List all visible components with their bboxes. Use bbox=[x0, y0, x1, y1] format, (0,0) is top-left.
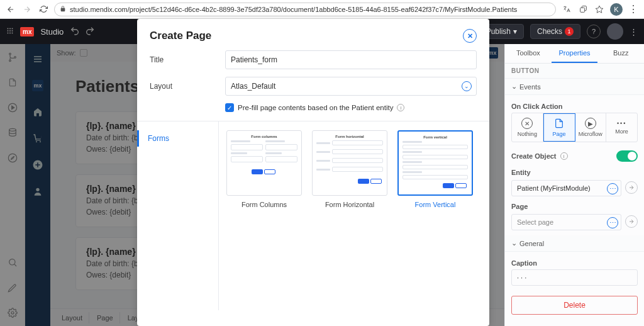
tree-icon[interactable] bbox=[7, 52, 18, 63]
template-form-vertical[interactable]: Form vertical Form Vertical bbox=[397, 130, 473, 208]
entity-open-icon[interactable] bbox=[625, 181, 638, 194]
template-form-columns[interactable]: Form columns Form Columns bbox=[226, 130, 302, 208]
crumb-layout[interactable]: Layout bbox=[55, 312, 89, 323]
studio-title: Studio bbox=[40, 27, 64, 37]
page-label: Page bbox=[511, 203, 638, 210]
brush-icon[interactable] bbox=[7, 282, 18, 293]
info-icon[interactable]: i bbox=[397, 104, 404, 111]
title-input[interactable] bbox=[225, 50, 477, 69]
svg-point-12 bbox=[9, 60, 11, 62]
layout-label: Layout bbox=[150, 82, 213, 91]
tab-buzz[interactable]: Buzz bbox=[597, 44, 644, 63]
entity-select-icon[interactable]: ⋯ bbox=[607, 183, 618, 194]
play-icon[interactable] bbox=[7, 102, 18, 113]
svg-point-9 bbox=[9, 32, 11, 33]
delete-button[interactable]: Delete bbox=[511, 296, 638, 315]
svg-point-13 bbox=[14, 57, 16, 59]
search-icon[interactable] bbox=[7, 257, 18, 268]
svg-point-5 bbox=[8, 30, 9, 31]
tab-toolbox[interactable]: Toolbox bbox=[505, 44, 552, 63]
svg-marker-15 bbox=[11, 106, 14, 109]
chevron-down-icon: ▾ bbox=[513, 27, 517, 36]
svg-point-22 bbox=[40, 141, 41, 142]
template-label: Form Columns bbox=[226, 201, 302, 208]
action-microflow[interactable]: ▶Microflow bbox=[575, 113, 607, 142]
add-circle-icon[interactable] bbox=[30, 157, 45, 172]
checks-button[interactable]: Checks1 bbox=[530, 24, 580, 39]
page-field[interactable]: Select page ⋯ bbox=[511, 214, 621, 230]
forward-button[interactable] bbox=[21, 4, 33, 15]
svg-point-8 bbox=[8, 32, 9, 33]
page-select-icon[interactable]: ⋯ bbox=[607, 217, 618, 228]
create-page-modal: Create Page ✕ Title Layout ⌄ ✓ Pre-fill … bbox=[137, 19, 489, 326]
svg-point-17 bbox=[8, 154, 16, 162]
entity-label: Entity bbox=[511, 169, 638, 176]
home-icon[interactable] bbox=[30, 104, 45, 120]
chevron-down-icon: ⌄ bbox=[511, 239, 517, 247]
prefill-label: Pre-fill page contents based on the Pati… bbox=[238, 104, 393, 111]
action-more[interactable]: •••More bbox=[606, 113, 637, 142]
svg-marker-1 bbox=[596, 6, 603, 13]
db-icon[interactable] bbox=[7, 127, 18, 138]
tab-properties[interactable]: Properties bbox=[552, 44, 598, 63]
star-icon[interactable] bbox=[594, 4, 605, 15]
action-page[interactable]: Page bbox=[543, 113, 575, 142]
svg-point-6 bbox=[9, 30, 11, 31]
hamburger-icon[interactable] bbox=[30, 52, 45, 67]
caption-field[interactable]: · · · bbox=[511, 269, 638, 286]
svg-point-3 bbox=[9, 28, 11, 29]
undo-icon[interactable] bbox=[70, 26, 80, 38]
close-icon[interactable]: ✕ bbox=[463, 29, 477, 43]
svg-point-2 bbox=[8, 28, 9, 29]
mx-logo: mx bbox=[20, 27, 34, 37]
section-general[interactable]: ⌄General bbox=[505, 235, 644, 252]
chevron-down-icon[interactable]: ⌄ bbox=[462, 81, 472, 91]
svg-rect-0 bbox=[580, 8, 584, 12]
svg-point-4 bbox=[12, 28, 13, 29]
avatar[interactable] bbox=[607, 23, 623, 40]
svg-point-19 bbox=[9, 259, 14, 265]
info-icon[interactable]: i bbox=[560, 152, 568, 160]
browser-menu-icon[interactable]: ⋮ bbox=[628, 4, 639, 15]
on-click-label: On Click Action bbox=[511, 103, 638, 110]
svg-point-21 bbox=[36, 141, 37, 142]
crumb-page[interactable]: Page bbox=[91, 312, 120, 323]
svg-point-7 bbox=[12, 30, 13, 31]
translate-icon[interactable] bbox=[561, 4, 572, 15]
create-object-label: Create Object bbox=[511, 152, 557, 160]
layout-select[interactable] bbox=[225, 77, 477, 96]
sidebar-item-forms[interactable]: Forms bbox=[137, 130, 218, 147]
url-bar[interactable]: studio.mendix.com/project/5c12d46c-d6ce-… bbox=[54, 3, 556, 16]
url-text: studio.mendix.com/project/5c12d46c-d6ce-… bbox=[70, 6, 517, 13]
gear-icon[interactable] bbox=[7, 307, 18, 318]
app-menu-icon[interactable]: ⋮ bbox=[630, 27, 638, 37]
entity-field[interactable]: Patient (MyFirstModule) ⋯ bbox=[511, 180, 621, 196]
prefill-checkbox[interactable]: ✓ bbox=[225, 103, 234, 112]
cart-icon[interactable] bbox=[30, 131, 45, 146]
compass-icon[interactable] bbox=[7, 152, 18, 164]
share-icon[interactable] bbox=[577, 4, 589, 15]
checks-label: Checks bbox=[537, 27, 562, 36]
section-button: Button bbox=[505, 64, 644, 79]
redo-icon[interactable] bbox=[85, 26, 95, 38]
show-toggle[interactable] bbox=[80, 49, 87, 57]
page-open-icon[interactable] bbox=[625, 215, 638, 228]
caption-label: Caption bbox=[511, 259, 638, 267]
action-nothing[interactable]: ✕Nothing bbox=[512, 113, 543, 142]
back-button[interactable] bbox=[5, 4, 16, 15]
apps-grid-icon[interactable] bbox=[6, 27, 14, 37]
mx-rail-icon[interactable]: mx bbox=[30, 78, 45, 93]
title-label: Title bbox=[150, 55, 213, 64]
create-object-toggle[interactable] bbox=[616, 150, 638, 162]
modal-title: Create Page bbox=[150, 30, 211, 42]
section-events[interactable]: ⌄Events bbox=[505, 79, 644, 95]
help-icon[interactable]: ? bbox=[587, 25, 601, 38]
reload-button[interactable] bbox=[38, 4, 49, 15]
browser-profile[interactable]: K bbox=[610, 3, 623, 16]
svg-point-10 bbox=[12, 32, 13, 33]
lock-icon bbox=[60, 6, 66, 13]
page-icon[interactable] bbox=[7, 77, 18, 88]
user-icon[interactable] bbox=[30, 184, 45, 199]
checks-badge: 1 bbox=[565, 27, 574, 36]
template-form-horizontal[interactable]: Form horizontal Form Horizontal bbox=[312, 130, 387, 208]
